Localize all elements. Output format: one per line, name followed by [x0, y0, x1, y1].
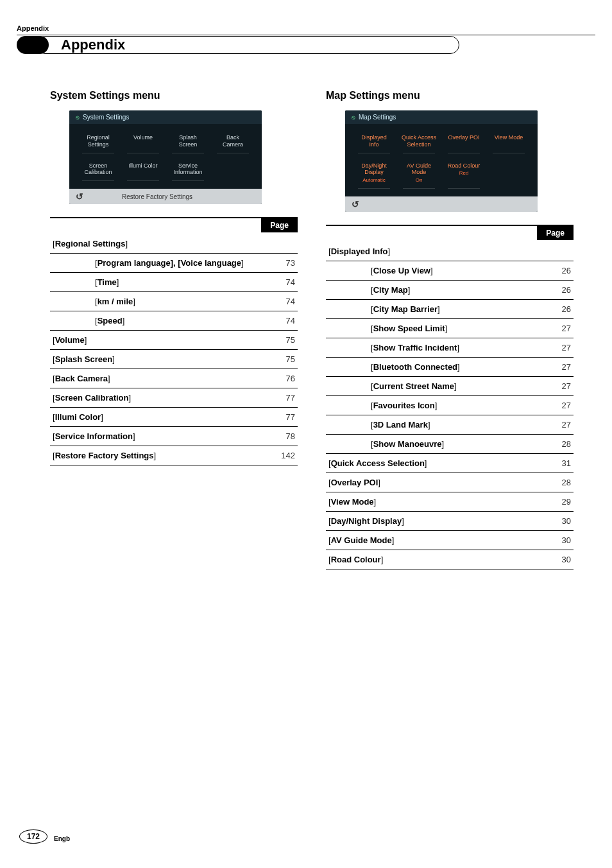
row-label: [View Mode] [326, 492, 535, 511]
row-page: 142 [259, 446, 298, 465]
language-label: Engb [54, 835, 70, 842]
right-section-heading: Map Settings menu [326, 90, 574, 101]
screenshot-menu-item: BackCamera [212, 130, 254, 155]
table-row: [Illumi Color]77 [50, 408, 298, 427]
row-label: [Speed] [50, 311, 259, 331]
row-page: 30 [535, 530, 574, 550]
row-page: 75 [259, 350, 298, 369]
system-settings-screenshot: ⎋ System Settings RegionalSettingsVolume… [69, 110, 262, 204]
screenshot-menu-item: SplashScreen [167, 130, 209, 155]
back-arrow-icon: ↺ [352, 199, 359, 209]
chapter-pill: Appendix [36, 36, 459, 54]
row-page: 73 [259, 254, 298, 273]
table-row: [Restore Factory Settings]142 [50, 446, 298, 465]
table-row: [km / mile]74 [50, 292, 298, 311]
row-label: [Splash Screen] [50, 350, 259, 369]
row-label: [3D Land Mark] [326, 415, 535, 434]
right-column: Map Settings menu ⎋ Map Settings Display… [326, 90, 574, 569]
row-label: [Overlay POI] [326, 473, 535, 492]
row-page: 27 [535, 357, 574, 376]
restore-factory-label: Restore Factory Settings [122, 193, 192, 200]
row-page: 26 [535, 299, 574, 318]
table-row: [Bluetooth Connected]27 [326, 357, 574, 376]
page-header-row-right: Page [326, 225, 574, 240]
screenshot-footer: ↺ [345, 196, 538, 212]
table-row: [AV Guide Mode]30 [326, 530, 574, 550]
heading-plain: Map Settings [326, 90, 393, 101]
table-row: [Screen Calibration]77 [50, 388, 298, 408]
screenshot-footer: ↺ Restore Factory Settings [69, 189, 262, 204]
row-page: 30 [535, 550, 574, 569]
row-label: [City Map Barrier] [326, 299, 535, 318]
table-row: [Overlay POI]28 [326, 473, 574, 492]
table-row: [Current Street Name]27 [326, 376, 574, 395]
row-label: [Regional Settings] [50, 232, 259, 254]
row-page [259, 232, 298, 254]
screenshot-menu-item: View Mode [488, 130, 530, 155]
row-page: 31 [535, 453, 574, 473]
settings-icon: ⎋ [76, 114, 79, 121]
screenshot-menu-item: DisplayedInfo [353, 130, 395, 155]
row-label: [Bluetooth Connected] [326, 357, 535, 376]
row-page: 78 [259, 427, 298, 446]
screenshot-menu-item: Volume [122, 130, 164, 155]
table-row: [Time]74 [50, 273, 298, 292]
chapter-title: Appendix [53, 37, 125, 53]
screenshot-menu-item: Overlay POI [443, 130, 485, 155]
row-label: [Close Up View] [326, 261, 535, 280]
page-header-label: Page [537, 226, 574, 240]
screenshot-menu-item: Quick AccessSelection [398, 130, 440, 155]
row-label: [Day/Night Display] [326, 511, 535, 530]
row-page: 27 [535, 395, 574, 415]
settings-icon: ⎋ [352, 114, 355, 121]
system-settings-table: [Regional Settings][Program language], [… [50, 232, 298, 465]
table-row: [View Mode]29 [326, 492, 574, 511]
table-row: [Splash Screen]75 [50, 350, 298, 369]
screenshot-menu-item: Day/NightDisplayAutomatic [353, 159, 395, 190]
row-label: [Show Manoeuvre] [326, 434, 535, 453]
row-label: [Service Information] [50, 427, 259, 446]
row-page: 74 [259, 311, 298, 331]
row-label: [Screen Calibration] [50, 388, 259, 408]
heading-plain: System Settings [50, 90, 133, 101]
map-settings-screenshot: ⎋ Map Settings DisplayedInfoQuick Access… [345, 110, 538, 212]
row-label: [Program language], [Voice language] [50, 254, 259, 273]
page-header-label: Page [261, 218, 298, 232]
table-row: [Quick Access Selection]31 [326, 453, 574, 473]
row-page: 26 [535, 261, 574, 280]
screenshot-header: ⎋ System Settings [69, 110, 262, 124]
screenshot-header: ⎋ Map Settings [345, 110, 538, 124]
table-row: [Regional Settings] [50, 232, 298, 254]
table-row: [City Map]26 [326, 280, 574, 299]
row-label: [Illumi Color] [50, 408, 259, 427]
screenshot-title: System Settings [83, 114, 129, 121]
table-row: [Speed]74 [50, 311, 298, 331]
table-row: [3D Land Mark]27 [326, 415, 574, 434]
table-row: [Show Manoeuvre]28 [326, 434, 574, 453]
row-page: 28 [535, 473, 574, 492]
screenshot-menu-item: ServiceInformation [167, 159, 209, 183]
row-page: 74 [259, 273, 298, 292]
chapter-tag: Appendix [17, 36, 459, 54]
row-page: 30 [535, 511, 574, 530]
row-page: 74 [259, 292, 298, 311]
row-label: [Volume] [50, 331, 259, 350]
table-row: [Show Traffic Incident]27 [326, 338, 574, 357]
heading-heavy: menu [133, 90, 160, 101]
table-row: [Close Up View]26 [326, 261, 574, 280]
row-label: [km / mile] [50, 292, 259, 311]
row-page: 27 [535, 415, 574, 434]
row-page: 76 [259, 369, 298, 388]
screenshot-menu-item: Illumi Color [122, 159, 164, 183]
row-page: 26 [535, 280, 574, 299]
page-header-row-left: Page [50, 217, 298, 232]
row-page: 27 [535, 338, 574, 357]
table-row: [Favourites Icon]27 [326, 395, 574, 415]
heading-heavy: menu [393, 90, 420, 101]
row-label: [AV Guide Mode] [326, 530, 535, 550]
row-page [535, 240, 574, 261]
map-settings-table: [Displayed Info][Close Up View]26[City M… [326, 240, 574, 569]
screenshot-title: Map Settings [359, 114, 396, 121]
screenshot-menu-item: AV GuideModeOn [398, 159, 440, 190]
screenshot-menu-item: RegionalSettings [77, 130, 119, 155]
